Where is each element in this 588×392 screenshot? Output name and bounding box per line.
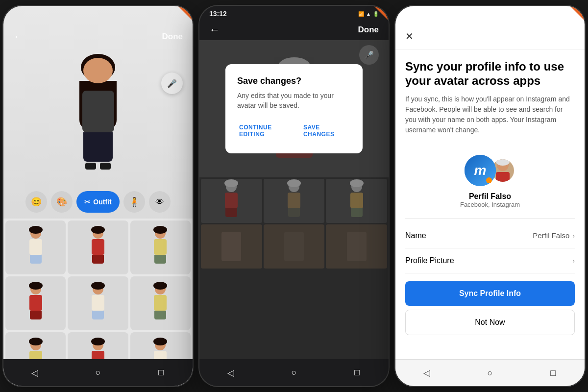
signal-icon: ▲ xyxy=(366,11,371,17)
done-button[interactable]: Done xyxy=(162,32,183,42)
phone3-nav-bar: ◁ ○ □ xyxy=(395,359,585,386)
phone1-header: ← Done xyxy=(3,6,193,48)
outfit-cell-4[interactable] xyxy=(5,276,66,330)
outfit-avatar-2 xyxy=(86,228,110,267)
outfit-cell-6[interactable] xyxy=(130,276,191,330)
phone3-nav-home[interactable]: ○ xyxy=(484,367,496,379)
phone3-header: ✕ xyxy=(395,6,585,50)
outfit-avatar-3 xyxy=(148,228,172,267)
phone2-thumb-3 xyxy=(326,179,387,223)
outfit-avatar-1 xyxy=(24,228,48,267)
sync-description: If you sync, this is how you'll appear o… xyxy=(405,94,575,135)
malandoo-logo: m xyxy=(465,155,496,186)
mic-icon: 🎤 xyxy=(167,79,177,88)
save-dialog-title: Save changes? xyxy=(237,76,351,86)
tab-color[interactable]: 🎨 xyxy=(51,191,73,213)
name-row[interactable]: Name Perfil Falso › xyxy=(405,223,575,248)
phone2-thumb-grid xyxy=(199,177,389,270)
phone2-mic-button[interactable]: 🎤 xyxy=(359,45,379,65)
phone2-avatar-bg: 🎤 Save changes? Any edits that you made … xyxy=(199,40,389,177)
save-dialog-buttons: CONTINUE EDITING SAVE CHANGES xyxy=(237,120,351,142)
profile-name: Perfil Falso xyxy=(469,192,511,201)
sync-profile-button[interactable]: Sync Profile Info xyxy=(405,281,575,306)
tab-outfit-active[interactable]: ✂ Outfit xyxy=(76,191,119,213)
outfit-avatar-5 xyxy=(86,284,110,323)
status-bar: 13:12 📶 ▲ 🔋 xyxy=(199,6,389,20)
tab-face[interactable]: 😊 xyxy=(25,191,47,213)
tab-outfit-label: Outfit xyxy=(93,198,111,206)
malandoo-dot xyxy=(486,177,492,183)
phone2-mini-1 xyxy=(219,181,244,220)
phone3-nav-recent[interactable]: □ xyxy=(547,367,559,379)
profile-picture-label: Profile Picture xyxy=(405,256,454,265)
profile-avatars: m xyxy=(465,155,515,186)
phone2-back-button[interactable]: ← xyxy=(209,24,220,36)
outfit-avatar-6 xyxy=(148,284,172,323)
not-now-button[interactable]: Not Now xyxy=(405,310,575,335)
sync-content: Sync your profile info to use your avata… xyxy=(395,50,585,345)
status-time: 13:12 xyxy=(209,10,227,18)
phone-3: ✕ Sync your profile info to use your ava… xyxy=(394,5,586,387)
phone2-mic-icon: 🎤 xyxy=(364,50,374,60)
nav-home-icon[interactable]: ○ xyxy=(92,367,104,379)
malandoo-m-letter: m xyxy=(474,163,487,178)
phone2-nav-bar: ◁ ○ □ xyxy=(199,359,389,386)
nav-recent-icon[interactable]: □ xyxy=(155,367,167,379)
phone2-nav-recent[interactable]: □ xyxy=(351,367,363,379)
name-value: Perfil Falso › xyxy=(533,231,575,240)
name-chevron-icon: › xyxy=(572,232,575,240)
avatar-display-area: 🎤 xyxy=(3,48,193,185)
corner-indicator-2 xyxy=(374,6,389,21)
sync-title: Sync your profile info to use your avata… xyxy=(405,60,575,88)
profile-preview: m xyxy=(405,145,575,219)
outfit-cell-5[interactable] xyxy=(68,276,128,330)
name-label: Name xyxy=(405,231,426,240)
phone2-mini-2 xyxy=(282,181,306,220)
name-value-text: Perfil Falso xyxy=(533,231,569,240)
phone2-nav-home[interactable]: ○ xyxy=(288,367,300,379)
profile-apps: Facebook, Instagram xyxy=(460,201,520,208)
back-button[interactable]: ← xyxy=(13,30,24,43)
phone2-mini-3 xyxy=(344,181,369,220)
profile-picture-row[interactable]: Profile Picture › xyxy=(405,248,575,273)
profile-picture-value: › xyxy=(572,257,575,265)
wifi-icon: 📶 xyxy=(358,11,364,17)
phone-1: ← Done xyxy=(2,5,194,387)
phone2-screen: 13:12 📶 ▲ 🔋 ← Done xyxy=(199,6,389,386)
close-button[interactable]: ✕ xyxy=(405,31,414,42)
phone2-nav-back[interactable]: ◁ xyxy=(225,367,237,379)
phone1-nav-bar: ◁ ○ □ xyxy=(3,359,193,386)
profile-icon-meta: m xyxy=(465,155,496,186)
picture-chevron-icon: › xyxy=(572,257,575,265)
phone3-screen: ✕ Sync your profile info to use your ava… xyxy=(395,6,585,386)
phone2-done-button[interactable]: Done xyxy=(358,25,379,35)
phone2-thumb-1 xyxy=(201,179,262,223)
corner-indicator xyxy=(178,6,193,21)
outfit-cell-3[interactable] xyxy=(130,220,191,274)
phone3-nav-back[interactable]: ◁ xyxy=(421,367,433,379)
save-dialog: Save changes? Any edits that you made to… xyxy=(225,64,363,153)
outfit-cell-2[interactable] xyxy=(68,220,128,274)
phone-2: 13:12 📶 ▲ 🔋 ← Done xyxy=(198,5,390,387)
phone2-thumb-5 xyxy=(264,224,325,269)
tab-pose[interactable]: 🧍 xyxy=(123,191,145,213)
save-dialog-description: Any edits that you made to your avatar w… xyxy=(237,91,351,110)
nav-back-icon[interactable]: ◁ xyxy=(29,367,41,379)
mic-button[interactable]: 🎤 xyxy=(161,73,183,94)
save-changes-button[interactable]: SAVE CHANGES xyxy=(301,120,351,142)
phone2-thumb-4 xyxy=(201,224,262,269)
phone2-thumb-2 xyxy=(264,179,325,223)
phone2-thumb-6 xyxy=(326,224,387,269)
corner-indicator-3 xyxy=(570,6,585,21)
outfit-tabs: 😊 🎨 ✂ Outfit 🧍 👁 xyxy=(3,185,193,219)
continue-editing-button[interactable]: CONTINUE EDITING xyxy=(237,120,296,142)
outfit-cell-1[interactable] xyxy=(5,220,66,274)
phone1-screen: ← Done xyxy=(3,6,193,386)
outfit-avatar-4 xyxy=(24,284,48,323)
phones-container: ← Done xyxy=(0,0,588,392)
tab-view[interactable]: 👁 xyxy=(149,191,171,213)
